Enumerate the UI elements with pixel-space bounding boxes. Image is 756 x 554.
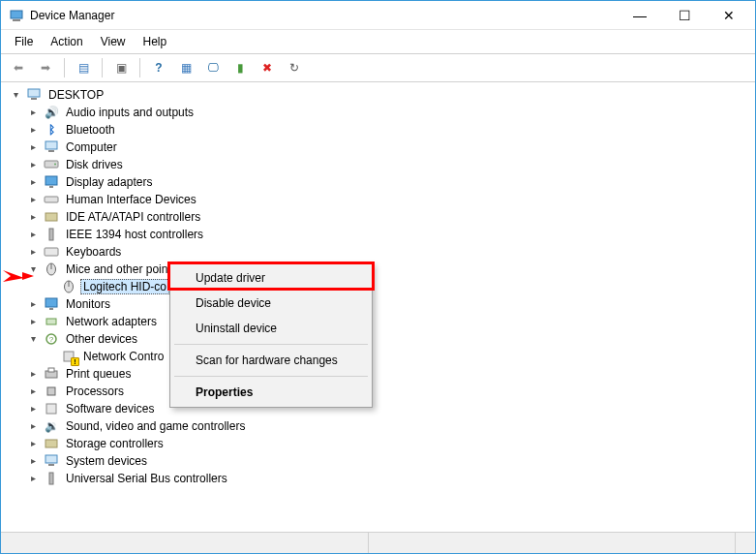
back-icon[interactable]: ⬅ bbox=[7, 57, 30, 78]
tree-item[interactable]: ▸ Disk drives bbox=[26, 156, 755, 173]
add-legacy-icon[interactable]: ▮ bbox=[228, 57, 252, 78]
show-hide-tree-icon[interactable]: ▤ bbox=[72, 57, 95, 78]
tree-item[interactable]: ▸ Computer bbox=[26, 138, 755, 156]
chevron-right-icon[interactable]: ▸ bbox=[26, 122, 40, 136]
storage-icon bbox=[43, 436, 60, 451]
tree-label: Print queues bbox=[63, 366, 134, 382]
device-manager-window: Device Manager — ☐ ✕ File Action View He… bbox=[0, 0, 756, 554]
toolbar-sep bbox=[139, 58, 140, 77]
bluetooth-icon: ᛒ bbox=[43, 122, 60, 138]
help-icon[interactable]: ? bbox=[147, 57, 170, 78]
chevron-right-icon[interactable]: ▸ bbox=[26, 174, 40, 188]
tree-label: Disk drives bbox=[63, 157, 126, 172]
tree-item[interactable]: ▸ Network adapters bbox=[26, 313, 755, 330]
tree-pane[interactable]: ▾ DESKTOP ▸ 🔊 Audio inputs and outputs ▸… bbox=[1, 82, 755, 532]
chevron-right-icon[interactable]: ▸ bbox=[26, 384, 40, 397]
menubar: File Action View Help bbox=[1, 30, 755, 54]
svg-rect-31 bbox=[49, 473, 53, 484]
tree-item[interactable]: ▸ IDE ATA/ATAPI controllers bbox=[26, 208, 755, 226]
chevron-right-icon[interactable]: ▸ bbox=[26, 418, 40, 432]
unknown-warn-icon: ! bbox=[60, 349, 77, 364]
chevron-right-icon[interactable]: ▸ bbox=[26, 105, 40, 118]
svg-point-7 bbox=[54, 164, 56, 166]
tree-item[interactable]: ▸ IEEE 1394 host controllers bbox=[26, 226, 755, 243]
tree-label: IEEE 1394 host controllers bbox=[63, 227, 206, 242]
chevron-right-icon[interactable]: ▸ bbox=[26, 366, 40, 380]
chevron-down-icon[interactable]: ▾ bbox=[26, 262, 40, 275]
svg-rect-9 bbox=[49, 186, 53, 188]
chevron-right-icon[interactable]: ▸ bbox=[26, 296, 40, 310]
menu-action[interactable]: Action bbox=[43, 32, 90, 51]
tree-item[interactable]: ▸ System devices bbox=[26, 452, 755, 470]
chevron-right-icon[interactable]: ▸ bbox=[26, 314, 40, 327]
chevron-down-icon[interactable]: ▾ bbox=[26, 331, 40, 345]
svg-rect-2 bbox=[28, 89, 40, 97]
chevron-right-icon[interactable]: ▸ bbox=[26, 227, 40, 240]
properties-icon[interactable]: ▣ bbox=[109, 57, 133, 78]
tree-label: Network adapters bbox=[63, 314, 160, 329]
tree-item[interactable]: ▸ 🔊 Audio inputs and outputs bbox=[26, 104, 755, 121]
tree-item[interactable]: ▸ 🔉 Sound, video and game controllers bbox=[26, 417, 755, 435]
tree-item[interactable]: ▸ Display adapters bbox=[26, 173, 755, 191]
tree-item[interactable]: ▸ Keyboards bbox=[26, 243, 755, 261]
tree-item-mice[interactable]: ▾ Mice and other pointing devices bbox=[26, 261, 755, 278]
hid-icon bbox=[43, 192, 60, 207]
remove-icon[interactable]: ✖ bbox=[256, 57, 279, 78]
tree-item[interactable]: ▸ Print queues bbox=[26, 365, 755, 383]
menu-view[interactable]: View bbox=[93, 32, 134, 51]
tree-item[interactable]: ▸ Monitors bbox=[26, 295, 755, 313]
update-icon[interactable]: ↻ bbox=[283, 57, 306, 78]
svg-rect-18 bbox=[45, 298, 57, 307]
tree-item[interactable]: ▸ Storage controllers bbox=[26, 435, 755, 452]
cm-scan-hardware[interactable]: Scan for hardware changes bbox=[172, 348, 370, 373]
titlebar: Device Manager — ☐ ✕ bbox=[1, 1, 755, 30]
keyboard-icon bbox=[43, 244, 60, 260]
tree-label: IDE ATA/ATAPI controllers bbox=[63, 209, 203, 225]
chevron-right-icon[interactable]: ▸ bbox=[26, 192, 40, 205]
chevron-right-icon[interactable]: ▸ bbox=[26, 244, 40, 258]
svg-rect-28 bbox=[45, 440, 57, 447]
chevron-right-icon[interactable]: ▸ bbox=[26, 453, 40, 467]
chevron-right-icon[interactable]: ▸ bbox=[26, 139, 40, 153]
menu-help[interactable]: Help bbox=[136, 32, 175, 51]
cpu-icon bbox=[43, 384, 60, 399]
svg-rect-10 bbox=[45, 197, 58, 202]
tree-item[interactable]: ▸ Software devices bbox=[26, 400, 755, 417]
tree-label: Monitors bbox=[63, 296, 113, 312]
tree-label-selected: Logitech HID-co bbox=[80, 279, 169, 294]
tree-item[interactable]: ▸ ᛒ Bluetooth bbox=[26, 121, 755, 138]
forward-icon[interactable]: ➡ bbox=[34, 57, 57, 78]
tree-item-other[interactable]: ▾ ? Other devices bbox=[26, 330, 755, 348]
other-icon: ? bbox=[43, 331, 60, 347]
tree-item[interactable]: ▸ Human Interface Devices bbox=[26, 191, 755, 208]
chevron-down-icon[interactable]: ▾ bbox=[9, 87, 22, 101]
svg-text:?: ? bbox=[49, 335, 54, 344]
cm-update-driver[interactable]: Update driver bbox=[172, 265, 370, 291]
tree-root[interactable]: ▾ DESKTOP bbox=[9, 86, 755, 104]
tree-item[interactable]: ▸ Processors bbox=[26, 383, 755, 400]
svg-rect-19 bbox=[49, 308, 53, 310]
close-button[interactable]: ✕ bbox=[707, 1, 751, 29]
tree-item-logitech[interactable]: Logitech HID-co bbox=[44, 278, 755, 295]
svg-rect-29 bbox=[45, 455, 57, 463]
sound-icon: 🔉 bbox=[43, 418, 60, 434]
tree-item-network-contro[interactable]: ! Network Contro bbox=[44, 348, 755, 365]
software-icon bbox=[43, 401, 60, 416]
chevron-right-icon[interactable]: ▸ bbox=[26, 401, 40, 415]
chevron-right-icon[interactable]: ▸ bbox=[26, 157, 40, 170]
chevron-right-icon[interactable]: ▸ bbox=[26, 209, 40, 223]
cm-uninstall-device[interactable]: Uninstall device bbox=[172, 316, 370, 341]
maximize-button[interactable]: ☐ bbox=[662, 1, 707, 29]
action-center-icon[interactable]: ▦ bbox=[174, 57, 197, 78]
minimize-button[interactable]: — bbox=[618, 1, 662, 29]
chevron-right-icon[interactable]: ▸ bbox=[26, 436, 40, 449]
tree-label: Storage controllers bbox=[63, 436, 166, 451]
tree-item[interactable]: ▸ Universal Serial Bus controllers bbox=[26, 470, 755, 487]
chevron-right-icon[interactable]: ▸ bbox=[26, 471, 40, 484]
scan-icon[interactable]: 🖵 bbox=[201, 57, 225, 78]
menu-file[interactable]: File bbox=[7, 32, 41, 51]
cm-properties[interactable]: Properties bbox=[172, 380, 370, 405]
toolbar-sep bbox=[64, 58, 65, 77]
cm-disable-device[interactable]: Disable device bbox=[172, 291, 370, 316]
toolbar: ⬅ ➡ ▤ ▣ ? ▦ 🖵 ▮ ✖ ↻ bbox=[1, 54, 755, 82]
